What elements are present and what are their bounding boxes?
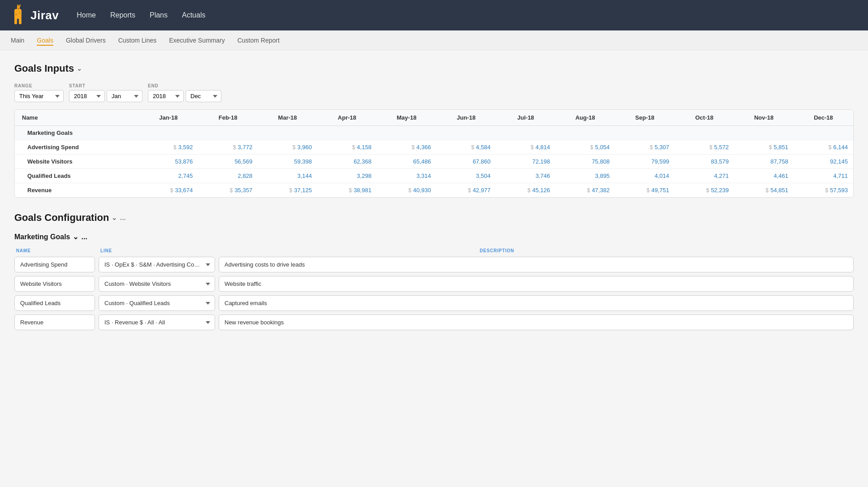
subnav-executive-summary[interactable]: Executive Summary — [169, 35, 225, 46]
config-name-input[interactable] — [14, 257, 95, 272]
col-header-may18: May-18 — [377, 110, 436, 126]
row-cell: 4,271 — [674, 169, 734, 183]
cell-value: 4,584 — [476, 144, 491, 151]
row-cell: $3,772 — [198, 140, 258, 155]
cell-value: 54,851 — [770, 187, 788, 194]
config-row: Custom · Website Visitors — [14, 276, 854, 292]
row-cell: $5,054 — [556, 140, 615, 155]
row-cell: $38,981 — [317, 183, 377, 198]
col-line-header: LINE — [99, 248, 475, 253]
col-header-name: Name — [15, 110, 138, 126]
config-row: IS · OpEx $ · S&M · Advertising Co… — [14, 257, 854, 272]
row-cell: $37,125 — [258, 183, 317, 198]
marketing-goals-chevron[interactable]: ⌄ — [73, 233, 78, 241]
marketing-goals-ellipsis[interactable]: ... — [81, 233, 87, 241]
subnav-custom-lines[interactable]: Custom Lines — [118, 35, 157, 46]
cell-value: 40,930 — [413, 187, 431, 194]
row-cell: $52,239 — [674, 183, 734, 198]
goals-inputs-title: Goals Inputs ⌄ — [14, 63, 854, 74]
subnav-main[interactable]: Main — [11, 35, 24, 46]
svg-rect-1 — [19, 18, 22, 24]
config-description-input[interactable] — [219, 295, 854, 311]
svg-rect-0 — [14, 18, 17, 24]
nav-plans[interactable]: Plans — [150, 9, 168, 21]
range-label: RANGE — [14, 83, 64, 88]
dollar-sign: $ — [471, 144, 474, 151]
cell-value: 42,977 — [473, 187, 491, 194]
dollar-sign: $ — [647, 187, 650, 194]
config-name-input[interactable] — [14, 315, 95, 330]
cell-value: 52,239 — [711, 187, 729, 194]
config-row: Custom · Qualified Leads — [14, 295, 854, 311]
config-name-input[interactable] — [14, 295, 95, 311]
dollar-sign: $ — [170, 187, 173, 194]
range-select[interactable]: This Year Last Year Custom — [14, 90, 64, 102]
dollar-sign: $ — [706, 187, 709, 194]
table-row: Advertising Spend$3,592$3,772$3,960$4,15… — [15, 140, 853, 155]
end-year-select[interactable]: 2018 2017 2019 — [148, 90, 184, 102]
end-label: END — [148, 83, 221, 88]
row-name: Revenue — [15, 183, 138, 198]
subnav-goals[interactable]: Goals — [37, 35, 53, 46]
end-month-select[interactable]: DecJanFebMar AprMayJunJul AugSepOctNov — [186, 90, 221, 102]
col-header-jun18: Jun-18 — [436, 110, 496, 126]
row-cell: $40,930 — [377, 183, 436, 198]
row-cell: $49,751 — [615, 183, 674, 198]
config-line-select[interactable]: IS · OpEx $ · S&M · Advertising Co… — [99, 257, 215, 272]
dollar-sign: $ — [527, 187, 531, 194]
cell-value: 4,158 — [357, 144, 371, 151]
subnav-global-drivers[interactable]: Global Drivers — [66, 35, 106, 46]
cell-value: 5,572 — [714, 144, 729, 151]
row-cell: 56,569 — [198, 155, 258, 169]
config-subtitle: Marketing Goals ⌄ ... — [14, 233, 854, 241]
cell-value: 47,382 — [592, 187, 610, 194]
cell-value: 49,751 — [652, 187, 669, 194]
config-description-input[interactable] — [219, 257, 854, 272]
row-cell: $6,144 — [794, 140, 853, 155]
cell-value: 5,851 — [773, 144, 788, 151]
config-description-input[interactable] — [219, 315, 854, 330]
row-cell: 72,198 — [496, 155, 556, 169]
logo-area: Jirav — [11, 4, 59, 26]
cell-value: 33,674 — [175, 187, 193, 194]
row-cell: $4,366 — [377, 140, 436, 155]
config-name-input[interactable] — [14, 276, 95, 292]
row-cell: 3,314 — [377, 169, 436, 183]
top-nav: Jirav Home Reports Plans Actuals — [0, 0, 868, 30]
sub-nav: Main Goals Global Drivers Custom Lines E… — [0, 30, 868, 50]
config-line-select[interactable]: Custom · Website Visitors — [99, 276, 215, 292]
svg-rect-4 — [17, 4, 18, 7]
nav-home[interactable]: Home — [77, 9, 96, 21]
goals-inputs-chevron[interactable]: ⌄ — [77, 65, 82, 72]
row-cell: 75,808 — [556, 155, 615, 169]
cell-value: 5,307 — [655, 144, 669, 151]
nav-actuals[interactable]: Actuals — [182, 9, 205, 21]
goals-config-label: Goals Configuration — [14, 212, 109, 224]
goals-config-chevron[interactable]: ⌄ — [112, 214, 117, 221]
row-cell: $54,851 — [734, 183, 794, 198]
subnav-custom-report[interactable]: Custom Report — [238, 35, 280, 46]
config-line-select[interactable]: Custom · Qualified Leads — [99, 295, 215, 311]
cell-value: 37,125 — [294, 187, 312, 194]
config-line-select[interactable]: IS · Revenue $ · All · All — [99, 315, 215, 330]
start-month-select[interactable]: JanFebMarApr MayJunJulAug SepOctNovDec — [107, 90, 143, 102]
nav-reports[interactable]: Reports — [110, 9, 135, 21]
dollar-sign: $ — [468, 187, 471, 194]
row-cell: 62,368 — [317, 155, 377, 169]
row-name: Advertising Spend — [15, 140, 138, 155]
end-group: END 2018 2017 2019 DecJanFebMar AprMayJu… — [148, 83, 221, 102]
col-header-apr18: Apr-18 — [317, 110, 377, 126]
start-label: START — [69, 83, 143, 88]
config-row: IS · Revenue $ · All · All — [14, 315, 854, 330]
row-cell: 3,298 — [317, 169, 377, 183]
svg-point-8 — [19, 12, 21, 13]
dollar-sign: $ — [173, 144, 177, 151]
goals-config-ellipsis[interactable]: ... — [120, 214, 125, 222]
config-description-input[interactable] — [219, 276, 854, 292]
cell-value: 38,981 — [354, 187, 371, 194]
row-name: Qualified Leads — [15, 169, 138, 183]
cell-value: 45,126 — [532, 187, 550, 194]
row-cell: $5,307 — [615, 140, 674, 155]
start-year-select[interactable]: 2018 2017 2019 — [69, 90, 105, 102]
dollar-sign: $ — [349, 187, 352, 194]
